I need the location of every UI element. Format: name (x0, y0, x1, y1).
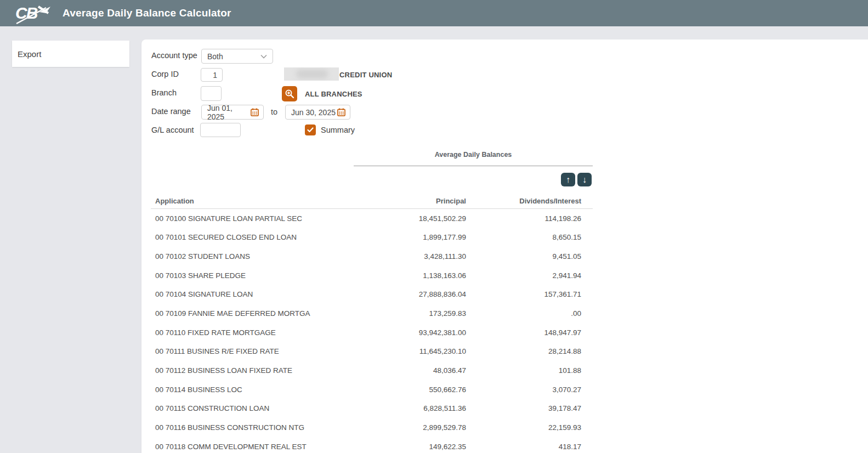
cell-principal: 11,645,230.10 (414, 347, 466, 355)
table-row: 00 70112 BUSINESS LOAN FIXED RATE 48,036… (151, 361, 593, 380)
scroll-buttons: ↑ ↓ (151, 173, 593, 186)
logo-swoosh-icon (12, 2, 53, 24)
credit-union-name: CREDIT UNION (339, 71, 392, 79)
table-row: 00 70103 SHARE PLEDGE 1,138,163.06 2,941… (151, 266, 593, 285)
table-header-row: Application Principal Dividends/Interest (151, 194, 593, 209)
gl-account-label: G/L account (151, 126, 194, 134)
date-to-value: Jun 30, 2025 (291, 108, 337, 117)
redacted-cu-name (284, 67, 339, 81)
account-type-select[interactable]: Both (201, 49, 273, 64)
cell-dividends-interest: 28,214.88 (466, 347, 581, 355)
account-type-label: Account type (151, 51, 197, 60)
cell-application: 00 70110 FIXED RATE MORTGAGE (151, 329, 414, 337)
column-header-application: Application (151, 197, 414, 205)
cell-dividends-interest: .00 (466, 309, 581, 318)
main-panel: Account type Both Corp ID CREDIT UNION B… (141, 39, 868, 453)
page-title: Average Daily Balance Calculator (63, 7, 231, 19)
cell-application: 00 70104 SIGNATURE LOAN (151, 290, 414, 298)
cell-application: 00 70115 CONSTRUCTION LOAN (151, 404, 414, 412)
table-row: 00 70114 BUSINESS LOC 550,662.76 3,070.2… (151, 380, 593, 399)
sidebar-item-export[interactable]: Export (12, 41, 129, 67)
app-header: CB Average Daily Balance Calculator (0, 0, 868, 26)
adb-title: Average Daily Balances (435, 151, 512, 158)
table-row: 00 70110 FIXED RATE MORTGAGE 93,942,381.… (151, 323, 593, 342)
table-row: 00 70115 CONSTRUCTION LOAN 6,828,511.36 … (151, 399, 593, 418)
table-row: 00 70104 SIGNATURE LOAN 27,888,836.04 15… (151, 285, 593, 304)
cell-principal: 1,138,163.06 (414, 271, 466, 280)
cell-dividends-interest: 9,451.05 (466, 252, 581, 261)
table-row: 00 70118 COMM DEVELOPMENT REAL EST 149,6… (151, 437, 593, 453)
summary-checkbox[interactable] (305, 124, 316, 135)
table-row: 00 70111 BUSINES R/E FIXED RATE 11,645,2… (151, 342, 593, 361)
branch-search-button[interactable] (282, 86, 297, 101)
column-header-principal: Principal (414, 197, 466, 205)
cell-application: 00 70101 SECURED CLOSED END LOAN (151, 233, 414, 241)
cell-dividends-interest: 3,070.27 (466, 386, 581, 394)
adb-table: Average Daily Balances ↑ ↓ Application P… (151, 149, 593, 453)
branch-label: Branch (151, 88, 177, 97)
export-label: Export (18, 49, 41, 59)
cell-dividends-interest: 39,178.47 (466, 404, 581, 412)
adb-title-block: Average Daily Balances (354, 149, 593, 166)
cell-application: 00 70111 BUSINES R/E FIXED RATE (151, 347, 414, 355)
cell-principal: 550,662.76 (414, 386, 466, 394)
cell-principal: 2,899,529.78 (414, 423, 466, 432)
calendar-icon[interactable] (337, 108, 345, 116)
table-body: 00 70100 SIGNATURE LOAN PARTIAL SEC 18,4… (151, 209, 593, 453)
cell-principal: 27,888,836.04 (414, 290, 466, 298)
table-row: 00 70102 STUDENT LOANS 3,428,111.30 9,45… (151, 247, 593, 266)
date-from-field[interactable]: Jun 01, 2025 (201, 105, 264, 120)
cell-dividends-interest: 101.88 (466, 366, 581, 375)
cell-application: 00 70112 BUSINESS LOAN FIXED RATE (151, 366, 414, 375)
corp-id-input[interactable] (201, 68, 223, 82)
cell-application: 00 70109 FANNIE MAE DEFERRED MORTGA (151, 309, 414, 318)
cell-principal: 149,622.35 (414, 443, 466, 451)
all-branches-text: ALL BRANCHES (305, 90, 362, 98)
scroll-up-button[interactable]: ↑ (561, 173, 575, 186)
cell-principal: 48,036.47 (414, 366, 466, 375)
cell-application: 00 70118 COMM DEVELOPMENT REAL EST (151, 443, 414, 451)
cell-application: 00 70114 BUSINESS LOC (151, 386, 414, 394)
table-row: 00 70109 FANNIE MAE DEFERRED MORTGA 173,… (151, 304, 593, 323)
table-row: 00 70101 SECURED CLOSED END LOAN 1,899,1… (151, 228, 593, 247)
cbx-logo: CB (15, 2, 49, 24)
date-from-value: Jun 01, 2025 (207, 104, 251, 121)
cell-dividends-interest: 22,159.93 (466, 423, 581, 432)
cell-dividends-interest: 418.17 (466, 443, 581, 451)
calendar-icon[interactable] (251, 108, 259, 116)
date-range-separator: to (271, 107, 277, 116)
cell-principal: 93,942,381.00 (414, 329, 466, 337)
table-row: 00 70116 BUSINESS CONSTRUCTION NTG 2,899… (151, 418, 593, 437)
cell-principal: 18,451,502.29 (414, 214, 466, 223)
cell-application: 00 70100 SIGNATURE LOAN PARTIAL SEC (151, 214, 414, 223)
search-plus-icon (285, 89, 294, 99)
cell-principal: 1,899,177.99 (414, 233, 466, 241)
cell-application: 00 70102 STUDENT LOANS (151, 252, 414, 261)
cell-application: 00 70116 BUSINESS CONSTRUCTION NTG (151, 423, 414, 432)
cell-principal: 3,428,111.30 (414, 252, 466, 261)
table-row: 00 70100 SIGNATURE LOAN PARTIAL SEC 18,4… (151, 209, 593, 228)
check-icon (307, 127, 314, 133)
date-to-field[interactable]: Jun 30, 2025 (285, 105, 350, 120)
cell-principal: 173,259.83 (414, 309, 466, 318)
cell-application: 00 70103 SHARE PLEDGE (151, 271, 414, 280)
cell-principal: 6,828,511.36 (414, 404, 466, 412)
chevron-down-icon (260, 54, 267, 59)
scroll-down-button[interactable]: ↓ (577, 173, 592, 186)
cell-dividends-interest: 148,947.97 (466, 329, 581, 337)
corp-id-label: Corp ID (151, 70, 179, 78)
summary-label: Summary (321, 126, 355, 134)
column-header-dividends-interest: Dividends/Interest (466, 197, 581, 205)
branch-input[interactable] (201, 86, 222, 101)
cell-dividends-interest: 157,361.71 (466, 290, 581, 298)
cell-dividends-interest: 2,941.94 (466, 271, 581, 280)
account-type-value: Both (207, 52, 223, 61)
cell-dividends-interest: 114,198.26 (466, 214, 581, 223)
gl-account-input[interactable] (200, 123, 241, 137)
cell-dividends-interest: 8,650.15 (466, 233, 581, 241)
